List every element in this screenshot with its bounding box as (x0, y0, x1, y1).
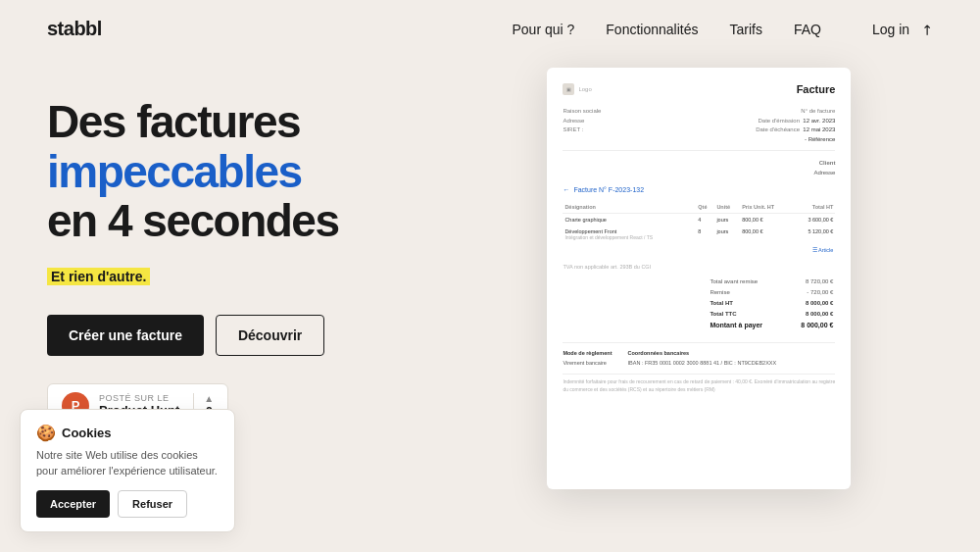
nav-fonctionnalites[interactable]: Fonctionnalités (606, 22, 698, 37)
add-article-cell: ☰ Article (563, 243, 835, 256)
nav-tarifs[interactable]: Tarifs (729, 22, 761, 37)
client-info: Client Adresse (813, 159, 835, 177)
invoice-reference: - Référence (756, 135, 835, 145)
totals-table: Total avant remise 8 720,00 € Remise - 7… (708, 276, 835, 332)
hero-right: ▣ Logo Facture Raison sociale Adresse SI… (446, 77, 933, 489)
col-price: Prix Unit. HT (740, 201, 793, 214)
cookie-title: Cookies (62, 426, 112, 440)
row2-unit: jours (714, 226, 740, 243)
table-row: Charte graphique 4 jours 800,00 € 3 600,… (563, 213, 835, 226)
hero-buttons: Créer une facture Découvrir (47, 315, 446, 356)
invoice-logo: ▣ Logo (563, 83, 591, 95)
company-label: Raison sociale (563, 107, 601, 117)
row1-qty: 4 (696, 213, 714, 226)
invoice-client: Client Adresse (563, 159, 835, 177)
col-designation: Désignation (563, 201, 696, 214)
invoice-number-info: N° de facture Date d'émission 12 avr. 20… (756, 107, 835, 144)
cookie-header: 🍪 Cookies (36, 424, 219, 442)
invoice-number-label: N° de facture (756, 107, 835, 117)
discover-button[interactable]: Découvrir (216, 315, 324, 356)
row2-qty: 8 (696, 226, 714, 243)
row1-name: Charte graphique (563, 213, 696, 226)
payment-mode-col: Mode de règlement Virement bancaire (563, 349, 612, 369)
row1-unit: jours (714, 213, 740, 226)
company-siret: SIRET : (563, 125, 601, 135)
row2-total: 5 120,00 € (793, 226, 836, 243)
cookie-text: Notre site Web utilise des cookies pour … (36, 448, 219, 478)
row1-price: 800,00 € (740, 213, 793, 226)
montant-row: Montant à payer 8 000,00 € (710, 321, 833, 330)
row2-price: 800,00 € (740, 226, 793, 243)
invoice-legal: Indemnité forfaitaire pour frais de reco… (563, 374, 835, 393)
total-ht-row: Total HT 8 000,00 € (710, 299, 833, 308)
col-qty: Qté (696, 201, 714, 214)
row1-total: 3 600,00 € (793, 213, 836, 226)
total-row: Total avant remise 8 720,00 € (710, 277, 833, 286)
nav-pour-qui[interactable]: Pour qui ? (512, 22, 574, 37)
invoice-totals: Total avant remise 8 720,00 € Remise - 7… (563, 276, 835, 332)
invoice-number: Facture N° F-2023-132 (563, 186, 835, 193)
logo[interactable]: stabbl (47, 18, 102, 40)
company-address: Adresse (563, 117, 601, 126)
navbar: stabbl Pour qui ? Fonctionnalités Tarifs… (0, 0, 980, 58)
cookie-banner: 🍪 Cookies Notre site Web utilise des coo… (20, 409, 235, 532)
invoice-title-right: Facture (797, 83, 836, 99)
hero-tagline: Et rien d'autre. (47, 268, 150, 285)
invoice-table: Désignation Qté Unité Prix Unit. HT Tota… (563, 201, 835, 256)
total-ttc-row: Total TTC 8 000,00 € (710, 310, 833, 319)
external-link-icon: ↗ (917, 20, 937, 39)
logo-placeholder-icon: ▣ (563, 83, 574, 95)
invoice-echeance: Date d'échéance 12 mai 2023 (756, 125, 835, 135)
cookie-icon: 🍪 (36, 424, 56, 442)
col-unit: Unité (714, 201, 740, 214)
logo-label: Logo (578, 86, 591, 92)
invoice-header: ▣ Logo Facture (563, 83, 835, 99)
table-row: Développement Front Intégration et dével… (563, 226, 835, 243)
invoice-company-info: Raison sociale Adresse SIRET : (563, 107, 601, 144)
cookie-accept-button[interactable]: Accepter (36, 490, 110, 518)
bank-col: Coordonnées bancaires IBAN : FR35 0001 0… (628, 349, 777, 369)
invoice-title: Facture (797, 83, 836, 95)
cookie-buttons: Accepter Refuser (36, 490, 219, 518)
invoice-footer: Mode de règlement Virement bancaire Coor… (563, 342, 835, 369)
total-row: Remise - 720,00 € (710, 288, 833, 297)
product-hunt-label: POSTÉ SUR LE (99, 393, 179, 403)
create-invoice-button[interactable]: Créer une facture (47, 315, 204, 356)
nav-login[interactable]: Log in ↗ (872, 22, 933, 37)
add-article-row: ☰ Article (563, 243, 835, 256)
invoice-emission: Date d'émission 12 avr. 2023 (756, 117, 835, 126)
row2-name: Développement Front Intégration et dével… (563, 226, 696, 243)
col-total: Total HT (793, 201, 836, 214)
invoice-meta: Raison sociale Adresse SIRET : N° de fac… (563, 107, 835, 151)
cookie-refuse-button[interactable]: Refuser (118, 490, 187, 518)
hero-title: Des factures impeccables en 4 secondes (47, 97, 446, 246)
nav-faq[interactable]: FAQ (794, 22, 821, 37)
upvote-icon: ▲ (204, 393, 214, 404)
invoice-tva: TVA non applicable art. 293B du CGI (563, 264, 835, 270)
invoice-preview: ▣ Logo Facture Raison sociale Adresse SI… (547, 68, 851, 489)
